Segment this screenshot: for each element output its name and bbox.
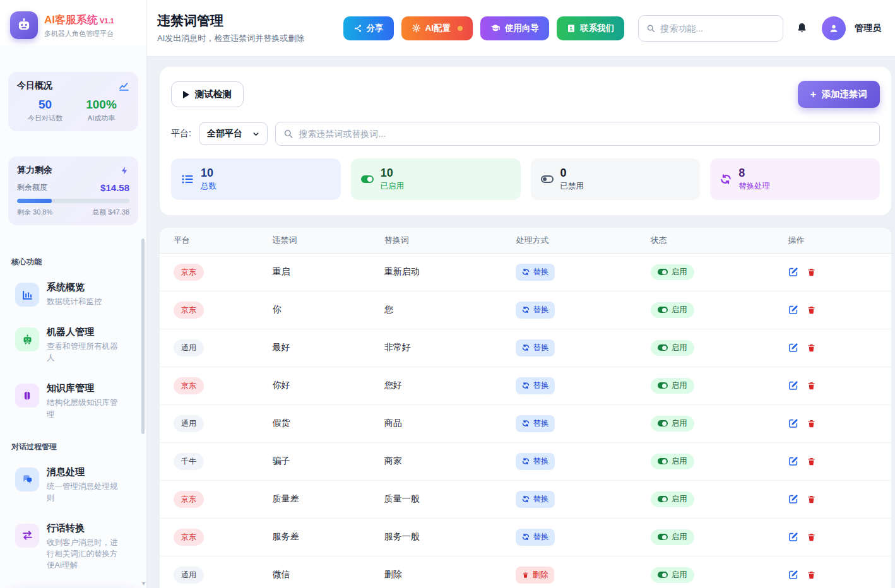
refresh-icon — [522, 268, 530, 276]
delete-button[interactable] — [807, 532, 816, 542]
forbidden-word: 假货 — [272, 418, 290, 428]
forbidden-table-body: 京东 重启 重新启动 替换 启用 — [160, 253, 891, 588]
stat-disabled-label: 已禁用 — [560, 181, 584, 192]
forbidden-word: 服务差 — [272, 531, 299, 541]
toggle-on-icon — [658, 534, 668, 540]
table-row: 京东 重启 重新启动 替换 启用 — [160, 253, 891, 291]
edit-button[interactable] — [788, 456, 798, 466]
delete-button[interactable] — [807, 419, 816, 428]
col-word: 违禁词 — [272, 228, 384, 254]
forbidden-words-table: 平台 违禁词 替换词 处理方式 状态 操作 京东 重启 重新启动 — [160, 228, 891, 588]
global-search-input[interactable] — [660, 23, 775, 33]
trash-icon — [522, 572, 529, 579]
search-icon — [283, 129, 293, 139]
platform-badge: 京东 — [174, 264, 204, 281]
word-search-input[interactable] — [299, 129, 872, 139]
sidebar-item-message-processing[interactable]: 消息处理 统一管理消息处理规则 — [8, 461, 139, 509]
delete-button[interactable] — [807, 343, 816, 353]
table-row: 京东 你好 您好 替换 启用 — [160, 367, 891, 404]
ai-config-button[interactable]: AI配置 — [401, 16, 473, 40]
sidebar-item-jargon-conversion[interactable]: 行话转换 收到客户消息时，进行相关词汇的替换方便AI理解 — [8, 517, 139, 576]
bell-icon[interactable] — [796, 22, 808, 34]
toggle-on-icon — [361, 175, 374, 183]
quota-left-label: 剩余 30.8% — [17, 208, 52, 217]
delete-button[interactable] — [807, 457, 816, 466]
stat-card-disabled: 0 已禁用 — [531, 158, 701, 200]
test-detection-button[interactable]: 测试检测 — [171, 81, 244, 107]
edit-button[interactable] — [788, 343, 798, 353]
action-pill: 替换 — [516, 377, 555, 394]
replacement-word: 您好 — [384, 380, 402, 390]
stat-enabled-label: 已启用 — [381, 181, 405, 192]
sidebar-item-system-overview[interactable]: 系统概览 数据统计和监控 — [8, 276, 139, 312]
sidebar-scroll-down-icon[interactable]: ▾ — [142, 580, 145, 587]
swap-arrows-icon — [15, 524, 39, 548]
toggle-on-icon — [658, 269, 668, 275]
forbidden-word: 微信 — [272, 569, 290, 579]
table-header-row: 平台 违禁词 替换词 处理方式 状态 操作 — [160, 228, 891, 254]
action-pill: 替换 — [516, 264, 555, 281]
add-forbidden-word-button[interactable]: + 添加违禁词 — [798, 81, 880, 108]
platform-badge: 京东 — [174, 302, 204, 319]
refresh-icon — [522, 533, 530, 541]
platform-badge: 千牛 — [174, 453, 204, 470]
notification-dot — [458, 26, 463, 31]
sidebar-item-knowledge-base[interactable]: 知识库管理 结构化层级知识库管理 — [8, 377, 139, 425]
status-badge: 启用 — [651, 378, 694, 394]
forbidden-word: 骗子 — [272, 456, 290, 466]
quota-value: $14.58 — [100, 182, 129, 193]
sidebar-item-label: 消息处理 — [47, 466, 121, 478]
quota-progress-track — [17, 199, 129, 203]
share-button[interactable]: 分享 — [343, 16, 394, 40]
edit-button[interactable] — [788, 305, 798, 315]
delete-button[interactable] — [807, 495, 816, 504]
avatar[interactable] — [822, 16, 846, 40]
delete-button[interactable] — [807, 570, 816, 580]
delete-button[interactable] — [807, 381, 816, 391]
sidebar-scrollbar[interactable] — [141, 238, 145, 434]
usage-guide-button[interactable]: 使用向导 — [480, 16, 549, 40]
page-title: 违禁词管理 — [157, 12, 304, 30]
toggle-on-icon — [658, 496, 668, 502]
page-subtitle: AI发出消息时，检查违禁词并替换或删除 — [157, 33, 304, 44]
refresh-icon — [522, 457, 530, 465]
table-row: 千牛 骗子 商家 替换 启用 — [160, 442, 891, 480]
chevron-down-icon — [252, 131, 259, 138]
lightning-icon — [120, 166, 129, 175]
action-pill: 替换 — [516, 491, 555, 508]
forbidden-word: 质量差 — [272, 493, 299, 503]
username: 管理员 — [855, 23, 881, 34]
edit-button[interactable] — [788, 380, 798, 391]
sidebar-item-label: 系统概览 — [47, 281, 102, 293]
replacement-word: 非常好 — [384, 342, 411, 352]
replacement-word: 服务一般 — [384, 531, 420, 541]
edit-button[interactable] — [788, 267, 798, 277]
search-icon — [646, 23, 655, 33]
stat-total-value: 10 — [201, 167, 216, 180]
section-core-features: 核心功能 — [11, 257, 135, 268]
app-tagline: 多机器人角色管理平台 — [44, 29, 114, 38]
quota-label: 剩余额度 — [17, 182, 47, 193]
compute-remaining-card: 算力剩余 剩余额度 $14.58 剩余 30.8% 总额 $47.38 — [8, 156, 138, 225]
refresh-icon — [522, 306, 530, 314]
sidebar-item-robot-management[interactable]: 机器人管理 查看和管理所有机器人 — [8, 321, 139, 368]
delete-button[interactable] — [807, 268, 816, 277]
contact-us-button[interactable]: 联系我们 — [557, 16, 624, 40]
delete-button[interactable] — [807, 305, 816, 315]
edit-button[interactable] — [788, 570, 798, 580]
table-row: 通用 最好 非常好 替换 启用 — [160, 329, 891, 367]
forbidden-word: 最好 — [272, 342, 290, 352]
platform-select[interactable]: 全部平台 — [199, 122, 268, 145]
replacement-word: 商家 — [384, 456, 402, 466]
edit-button[interactable] — [788, 494, 798, 504]
stat-total-label: 总数 — [201, 181, 216, 192]
action-pill: 替换 — [516, 453, 555, 470]
edit-button[interactable] — [788, 418, 798, 428]
robot-icon — [15, 327, 39, 351]
global-search — [638, 15, 783, 42]
edit-button[interactable] — [788, 532, 798, 542]
sidebar-item-desc: 结构化层级知识库管理 — [47, 397, 121, 420]
col-platform: 平台 — [160, 228, 272, 254]
app-title: AI客服系统 — [44, 13, 98, 27]
today-conversations-value: 50 — [17, 98, 73, 112]
